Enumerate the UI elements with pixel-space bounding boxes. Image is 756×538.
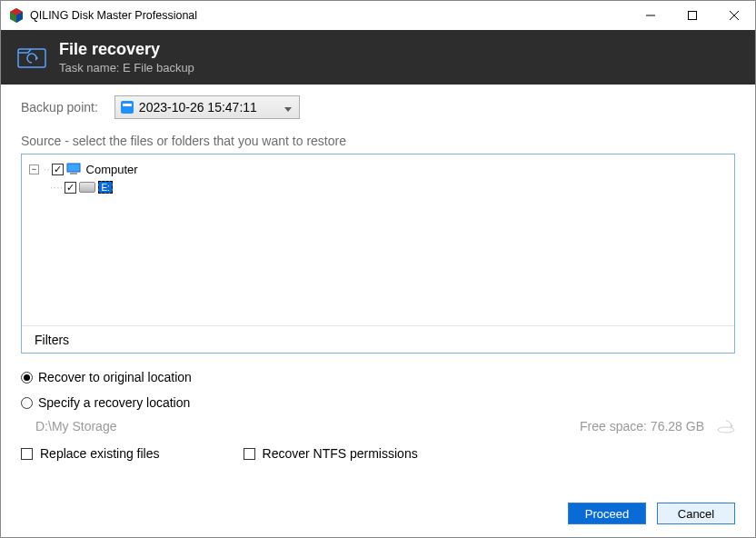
tree-connector: ···· bbox=[49, 183, 65, 193]
radio-original-location[interactable]: Recover to original location bbox=[21, 370, 735, 384]
proceed-button[interactable]: Proceed bbox=[568, 503, 646, 524]
backup-point-value: 2023-10-26 15:47:11 bbox=[139, 100, 257, 115]
drive-icon bbox=[79, 182, 95, 193]
svg-rect-7 bbox=[18, 49, 45, 67]
window-title: QILING Disk Master Professional bbox=[30, 9, 630, 22]
tree-label-computer: Computer bbox=[86, 163, 138, 176]
tree-row-drive[interactable]: ···· E: bbox=[29, 178, 727, 196]
filters-button[interactable]: Filters bbox=[22, 325, 734, 353]
svg-point-12 bbox=[718, 427, 734, 433]
disk-icon bbox=[121, 101, 134, 114]
svg-rect-10 bbox=[67, 164, 80, 172]
checkbox-icon bbox=[244, 448, 255, 460]
svg-marker-8 bbox=[35, 55, 38, 61]
svg-rect-4 bbox=[689, 12, 697, 20]
source-label: Source - select the files or folders tha… bbox=[21, 134, 735, 148]
app-icon bbox=[8, 7, 25, 24]
minimize-button[interactable] bbox=[630, 1, 671, 30]
task-name: Task name: E File backup bbox=[59, 61, 194, 75]
recovery-path: D:\My Storage bbox=[35, 419, 116, 433]
checkbox-computer[interactable] bbox=[52, 164, 64, 175]
browse-icon[interactable] bbox=[717, 419, 735, 433]
tree-connector: ·· bbox=[43, 164, 52, 174]
tree-row-computer[interactable]: − ·· Computer bbox=[29, 160, 727, 178]
source-tree: − ·· Computer ···· E: Filters bbox=[21, 154, 735, 354]
page-header: File recovery Task name: E File backup bbox=[1, 30, 755, 85]
drive-letter-badge: E: bbox=[98, 181, 113, 194]
backup-point-label: Backup point: bbox=[21, 100, 98, 115]
svg-marker-9 bbox=[284, 107, 292, 112]
checkbox-replace-existing[interactable]: Replace existing files bbox=[21, 446, 160, 461]
close-button[interactable] bbox=[713, 1, 755, 30]
page-title: File recovery bbox=[59, 40, 194, 59]
titlebar: QILING Disk Master Professional bbox=[1, 1, 755, 30]
file-recovery-icon bbox=[17, 46, 46, 68]
collapse-icon[interactable]: − bbox=[29, 164, 39, 174]
computer-icon bbox=[66, 163, 83, 175]
radio-specify-location[interactable]: Specify a recovery location bbox=[21, 395, 735, 410]
cancel-button[interactable]: Cancel bbox=[657, 503, 735, 524]
checkbox-icon bbox=[21, 448, 33, 460]
chevron-down-icon bbox=[284, 100, 292, 115]
backup-point-dropdown[interactable]: 2023-10-26 15:47:11 bbox=[114, 95, 300, 119]
window-controls bbox=[630, 1, 755, 30]
checkbox-recover-ntfs[interactable]: Recover NTFS permissions bbox=[244, 446, 418, 461]
maximize-button[interactable] bbox=[671, 1, 713, 30]
checkbox-drive-e[interactable] bbox=[65, 182, 76, 194]
free-space-label: Free space: 76.28 GB bbox=[580, 419, 704, 433]
svg-rect-11 bbox=[70, 173, 77, 174]
radio-icon bbox=[21, 372, 33, 384]
radio-icon bbox=[21, 397, 33, 409]
